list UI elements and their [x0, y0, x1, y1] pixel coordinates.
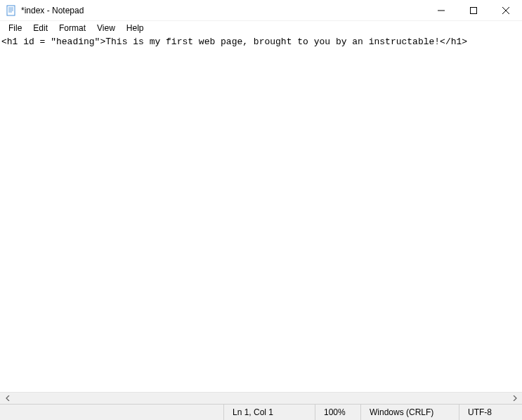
menu-help[interactable]: Help — [121, 22, 150, 34]
menu-view[interactable]: View — [91, 22, 121, 34]
svg-rect-6 — [471, 8, 477, 14]
window-title: *index - Notepad — [21, 6, 425, 15]
scroll-left-icon[interactable] — [1, 393, 13, 404]
maximize-button[interactable] — [457, 0, 490, 21]
titlebar: *index - Notepad — [0, 0, 522, 21]
menu-format[interactable]: Format — [53, 22, 91, 34]
statusbar: Ln 1, Col 1 100% Windows (CRLF) UTF-8 — [0, 404, 522, 420]
close-button[interactable] — [490, 0, 522, 21]
status-cursor-position: Ln 1, Col 1 — [223, 405, 315, 420]
notepad-icon — [6, 5, 17, 16]
menu-file[interactable]: File — [3, 22, 27, 34]
scroll-right-icon[interactable] — [509, 393, 521, 404]
status-line-ending: Windows (CRLF) — [360, 405, 459, 420]
text-editor[interactable]: <h1 id = "heading">This is my first web … — [0, 35, 522, 392]
minimize-button[interactable] — [425, 0, 457, 21]
menubar: File Edit Format View Help — [0, 21, 522, 35]
window-controls — [425, 0, 522, 20]
status-zoom: 100% — [315, 405, 360, 420]
status-encoding: UTF-8 — [459, 405, 522, 420]
menu-edit[interactable]: Edit — [27, 22, 53, 34]
horizontal-scrollbar[interactable] — [0, 392, 522, 404]
